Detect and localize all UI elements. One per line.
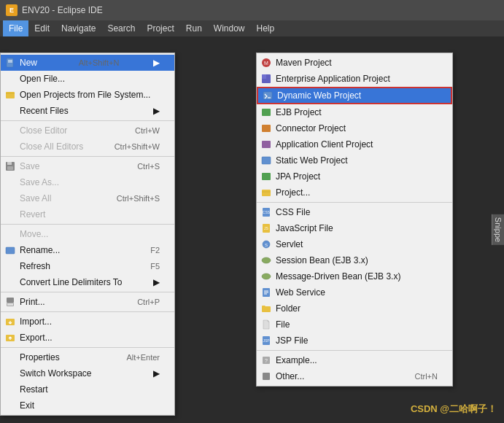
menu-item-close-editor: Close Editor Ctrl+W (1, 123, 174, 139)
menu-item-convert[interactable]: Convert Line Delimiters To ▶ (1, 274, 174, 290)
ejb-icon (260, 106, 273, 119)
new-shortcut: Alt+Shift+N (64, 58, 120, 67)
restart-label: Restart (20, 384, 48, 395)
menu-item-open-projects[interactable]: Open Projects from File System... (1, 87, 174, 103)
new-dynamic-web-project[interactable]: Dynamic Web Project (257, 87, 452, 104)
new-js-file[interactable]: JS JavaScript File (257, 220, 452, 236)
js-icon: JS (260, 222, 273, 235)
exit-label: Exit (20, 400, 34, 411)
folder-icon (260, 302, 273, 315)
new-example[interactable]: ? Example... (257, 352, 452, 368)
new-project[interactable]: Project... (257, 185, 452, 201)
menu-item-new[interactable]: New Alt+Shift+N ▶ (1, 55, 174, 71)
menu-item-switch-workspace[interactable]: Switch Workspace ▶ (1, 365, 174, 381)
new-servlet[interactable]: S Servlet (257, 236, 452, 252)
separator-2 (1, 156, 174, 157)
file-icon (260, 318, 273, 331)
convert-label: Convert Line Delimiters To (20, 277, 123, 287)
project-label: Project... (276, 187, 310, 198)
new-jsp-file[interactable]: JSP JSP File (257, 333, 452, 349)
new-static-web-project[interactable]: Static Web Project (257, 152, 452, 168)
menu-item-open-file[interactable]: Open File... (1, 71, 174, 87)
new-enterprise-project[interactable]: Enterprise Application Project (257, 71, 452, 87)
jsp-label: JSP File (276, 335, 308, 346)
menu-item-refresh[interactable]: Refresh F5 (1, 258, 174, 274)
app-icon: E (6, 4, 18, 16)
example-icon: ? (260, 354, 273, 367)
maven-icon: M (260, 56, 273, 69)
maven-label: Maven Project (276, 58, 332, 68)
menu-item-export[interactable]: Export... (1, 330, 174, 346)
save-icon (4, 160, 17, 173)
new-separator-2 (257, 350, 452, 351)
menu-edit[interactable]: Edit (28, 20, 55, 36)
menu-item-restart[interactable]: Restart (1, 381, 174, 397)
new-maven-project[interactable]: M Maven Project (257, 55, 452, 71)
menu-navigate[interactable]: Navigate (55, 20, 101, 36)
watermark: CSDN @二哈啊子！ (411, 403, 497, 416)
properties-shortcut: Alt+Enter (112, 353, 160, 362)
new-file[interactable]: File (257, 317, 452, 333)
svg-rect-5 (7, 162, 12, 165)
svg-text:JS: JS (264, 226, 269, 230)
separator-6 (1, 347, 174, 348)
menu-file[interactable]: File (3, 20, 28, 36)
jpa-icon (260, 170, 273, 183)
svg-text:M: M (264, 61, 268, 66)
import-icon (4, 315, 17, 328)
message-bean-label: Message-Driven Bean (EJB 3.x) (276, 271, 400, 282)
svg-point-32 (262, 273, 271, 279)
enterprise-icon (260, 72, 273, 85)
new-folder[interactable]: Folder (257, 300, 452, 317)
open-file-label: Open File... (20, 74, 65, 84)
menu-item-exit[interactable]: Exit (1, 397, 174, 414)
save-label: Save (20, 161, 39, 171)
refresh-label: Refresh (20, 261, 50, 271)
menu-item-save: Save Ctrl+S (1, 158, 174, 174)
menu-item-rename[interactable]: Rename... F2 (1, 242, 174, 258)
menu-item-import[interactable]: Import... (1, 314, 174, 330)
close-all-label: Close All Editors (20, 141, 83, 152)
web-service-icon (260, 286, 273, 299)
switch-workspace-label: Switch Workspace (20, 368, 91, 379)
menu-item-print[interactable]: Print... Ctrl+P (1, 294, 174, 310)
rename-shortcut: F2 (136, 246, 160, 255)
new-arrow: ▶ (146, 58, 160, 68)
new-message-bean[interactable]: Message-Driven Bean (EJB 3.x) (257, 268, 452, 284)
session-bean-label: Session Bean (EJB 3.x) (276, 255, 368, 265)
other-label: Other... (276, 371, 304, 381)
new-session-bean[interactable]: Session Bean (EJB 3.x) (257, 252, 452, 268)
menu-search[interactable]: Search (101, 20, 141, 36)
svg-text:JSP: JSP (263, 338, 270, 343)
svg-rect-8 (7, 298, 14, 303)
new-jpa-project[interactable]: JPA Project (257, 168, 452, 185)
new-app-client-project[interactable]: Application Client Project (257, 136, 452, 152)
new-connector-project[interactable]: Connector Project (257, 120, 452, 136)
menu-item-recent-files[interactable]: Recent Files ▶ (1, 103, 174, 119)
servlet-label: Servlet (276, 239, 303, 249)
svg-rect-22 (262, 157, 271, 164)
recent-files-arrow: ▶ (146, 106, 160, 116)
export-label: Export... (20, 333, 53, 343)
snippets-panel[interactable]: Snippe (492, 214, 504, 245)
file-label: File (276, 319, 290, 330)
menu-bar: File Edit Navigate Search Project Run Wi… (0, 20, 504, 36)
project-icon (260, 186, 273, 199)
new-web-service[interactable]: Web Service (257, 284, 452, 300)
svg-rect-23 (262, 173, 271, 180)
convert-arrow: ▶ (146, 277, 160, 287)
menu-item-properties[interactable]: Properties Alt+Enter (1, 349, 174, 365)
menu-item-close-all: Close All Editors Ctrl+Shift+W (1, 139, 174, 155)
appclient-icon (260, 138, 273, 151)
new-other[interactable]: Other... Ctrl+N (257, 368, 452, 384)
open-projects-icon (4, 88, 17, 101)
refresh-shortcut: F5 (136, 262, 160, 271)
new-ejb-project[interactable]: EJB Project (257, 104, 452, 120)
menu-run[interactable]: Run (180, 20, 208, 36)
new-css-file[interactable]: CSS CSS File (257, 204, 452, 220)
svg-rect-24 (262, 190, 271, 196)
menu-help[interactable]: Help (251, 20, 281, 36)
menu-project[interactable]: Project (141, 20, 179, 36)
servlet-icon: S (260, 238, 273, 251)
menu-window[interactable]: Window (208, 20, 251, 36)
